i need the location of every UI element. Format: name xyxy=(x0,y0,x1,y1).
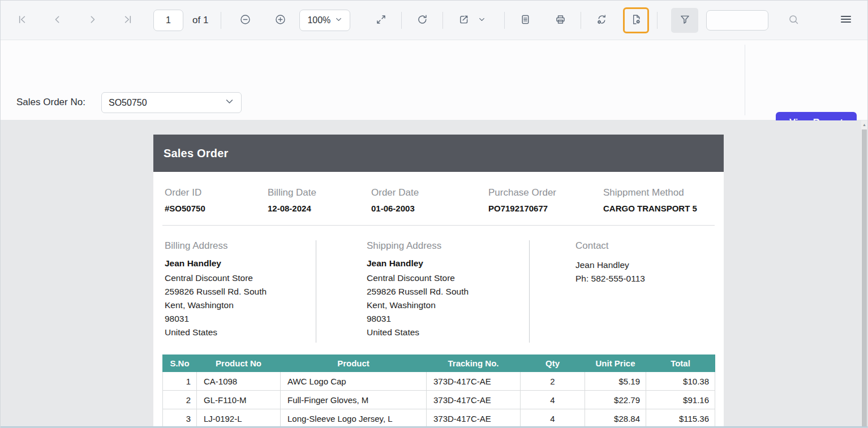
cell-product-no: CA-1098 xyxy=(197,372,281,391)
address-section: Billing Address Jean Handley Central Dis… xyxy=(153,226,724,343)
toolbar-divider xyxy=(401,12,402,29)
toolbar-divider xyxy=(221,12,221,29)
cell-sno: 1 xyxy=(163,372,197,391)
search-input[interactable] xyxy=(706,10,768,31)
vertical-scrollbar[interactable]: ▲ xyxy=(861,120,867,427)
order-info-cell: Shippment Method CARGO TRANSPORT 5 xyxy=(603,187,712,213)
billing-address-line: 98031 xyxy=(165,312,316,326)
report-header: Sales Order xyxy=(153,135,724,172)
chevron-down-icon xyxy=(335,15,342,25)
bottom-border xyxy=(1,426,867,427)
billing-address-name: Jean Handley xyxy=(165,258,316,269)
billing-address-title: Billing Address xyxy=(165,240,316,252)
order-info-cell: Billing Date 12-08-2024 xyxy=(268,187,371,213)
shipment-method-value: CARGO TRANSPORT 5 xyxy=(603,204,712,213)
zoom-level-value: 100% xyxy=(307,15,330,25)
zoom-level-select[interactable]: 100% xyxy=(299,10,350,31)
cell-unit-price: $5.19 xyxy=(585,372,646,391)
contact-block: Contact Jean Handley Ph: 582-555-0113 xyxy=(530,240,724,343)
order-info-row: Order ID #SO50750 Billing Date 12-08-202… xyxy=(153,172,724,213)
zoom-in-button[interactable] xyxy=(269,9,291,32)
billing-address-line: Central Discount Store xyxy=(165,271,316,285)
contact-line: Ph: 582-555-0113 xyxy=(575,272,724,286)
refresh-icon xyxy=(416,14,428,27)
line-items-table: S.No Product No Product Tracking No. Qty… xyxy=(162,354,715,427)
next-page-button[interactable] xyxy=(81,9,104,32)
cell-qty: 4 xyxy=(521,409,585,428)
cell-unit-price: $22.79 xyxy=(585,391,646,409)
toolbar: of 1 100% xyxy=(1,1,867,40)
page-number-input[interactable] xyxy=(153,10,183,31)
parameters-refresh-button[interactable] xyxy=(590,9,613,32)
cell-tracking: 373D-417C-AE xyxy=(427,372,521,391)
column-header-qty: Qty xyxy=(521,355,585,372)
parameter-panel: Sales Order No: SO50750 DatePicker 12/12… xyxy=(1,40,867,120)
filter-button[interactable] xyxy=(671,8,698,33)
first-page-button[interactable] xyxy=(11,9,33,32)
sales-order-label: Sales Order No: xyxy=(16,97,85,108)
search-button[interactable] xyxy=(782,9,805,32)
order-date-value: 01-06-2003 xyxy=(371,204,488,213)
cell-tracking: 373D-417C-AE xyxy=(427,409,521,428)
billing-date-label: Billing Date xyxy=(268,187,371,198)
toolbar-divider xyxy=(657,12,658,29)
menu-button[interactable] xyxy=(835,9,857,32)
export-dropdown[interactable] xyxy=(452,9,487,32)
purchase-order-label: Purchase Order xyxy=(488,187,603,198)
order-date-label: Order Date xyxy=(371,187,488,198)
cell-qty: 4 xyxy=(521,391,585,409)
zoom-out-button[interactable] xyxy=(234,9,256,32)
sales-order-select[interactable]: SO50750 xyxy=(101,92,242,113)
billing-address-line: Kent, Washington xyxy=(165,299,316,312)
order-id-label: Order ID xyxy=(165,187,268,198)
shipping-address-line: Central Discount Store xyxy=(367,271,529,285)
refresh-button[interactable] xyxy=(411,9,433,32)
shipping-address-line: United States xyxy=(367,326,529,339)
cell-product: Long-Sleeve Logo Jersey, L xyxy=(281,409,427,428)
cell-total: $91.16 xyxy=(646,391,715,409)
export-icon xyxy=(458,14,470,27)
fit-to-page-button[interactable] xyxy=(369,9,392,32)
print-layout-icon xyxy=(519,14,531,27)
shipping-address-line: 259826 Russell Rd. South xyxy=(367,285,529,299)
scroll-up-button[interactable]: ▲ xyxy=(861,120,867,129)
export-chevron-button[interactable] xyxy=(476,9,487,32)
document-settings-icon xyxy=(630,14,642,27)
column-header-sno: S.No xyxy=(163,355,197,372)
last-page-button[interactable] xyxy=(116,9,139,32)
filter-icon xyxy=(679,14,691,27)
chevron-down-icon xyxy=(478,16,485,25)
billing-address-block: Billing Address Jean Handley Central Dis… xyxy=(153,240,316,343)
toolbar-divider xyxy=(504,12,505,29)
order-info-cell: Purchase Order PO7192170677 xyxy=(488,187,603,213)
previous-page-icon xyxy=(51,14,63,27)
shipping-address-line: 98031 xyxy=(367,312,529,326)
parameter-panel-divider xyxy=(745,45,745,115)
print-button[interactable] xyxy=(549,9,571,32)
column-header-total: Total xyxy=(646,355,715,372)
column-header-product: Product xyxy=(281,355,427,372)
table-row: 1 CA-1098 AWC Logo Cap 373D-417C-AE 2 $5… xyxy=(163,372,715,391)
document-settings-button[interactable] xyxy=(623,7,649,33)
shipping-address-title: Shipping Address xyxy=(367,240,529,252)
order-info-cell: Order Date 01-06-2003 xyxy=(371,187,488,213)
print-layout-button[interactable] xyxy=(514,9,536,32)
billing-address-line: United States xyxy=(165,326,316,339)
export-button[interactable] xyxy=(452,9,475,32)
previous-page-button[interactable] xyxy=(46,9,68,32)
cell-tracking: 373D-417C-AE xyxy=(427,391,521,409)
shipment-method-label: Shippment Method xyxy=(603,187,712,198)
cell-product-no: LJ-0192-L xyxy=(197,409,281,428)
scrollbar-thumb[interactable] xyxy=(862,129,867,427)
cell-total: $115.36 xyxy=(646,409,715,428)
parameters-refresh-icon xyxy=(596,14,608,27)
toolbar-divider xyxy=(581,12,581,29)
table-row: 3 LJ-0192-L Long-Sleeve Logo Jersey, L 3… xyxy=(163,409,715,428)
contact-title: Contact xyxy=(575,240,724,252)
cell-product: AWC Logo Cap xyxy=(281,372,427,391)
fit-page-icon xyxy=(375,14,387,27)
zoom-in-icon xyxy=(274,14,286,27)
report-viewport: Sales Order Order ID #SO50750 Billing Da… xyxy=(1,120,867,427)
cell-qty: 2 xyxy=(521,372,585,391)
column-header-product-no: Product No xyxy=(197,355,281,372)
